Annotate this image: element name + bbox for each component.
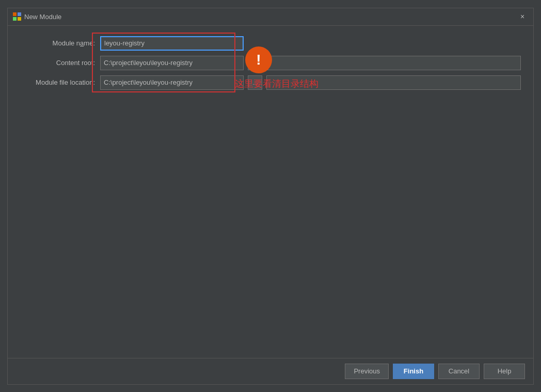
content-root-extra-input[interactable] <box>266 56 521 70</box>
svg-rect-3 <box>18 17 21 21</box>
svg-rect-0 <box>13 12 17 16</box>
module-name-input[interactable] <box>100 36 244 51</box>
cancel-button[interactable]: Cancel <box>438 364 480 379</box>
module-icon <box>13 12 21 21</box>
title-bar: New Module × <box>8 8 533 26</box>
dialog-title: New Module <box>24 13 61 21</box>
warning-icon: ! <box>245 46 272 73</box>
module-name-field-container <box>100 36 521 51</box>
svg-rect-1 <box>18 12 21 16</box>
dialog-footer: Previous Finish Cancel Help <box>8 358 533 384</box>
title-bar-left: New Module <box>13 12 61 21</box>
previous-button[interactable]: Previous <box>345 364 389 379</box>
help-button[interactable]: Help <box>484 364 525 379</box>
module-name-label: Module name: <box>20 39 100 47</box>
new-module-dialog: New Module × Module name: Content root: … <box>7 8 534 385</box>
finish-button[interactable]: Finish <box>393 364 434 379</box>
dialog-content: Module name: Content root: ... Module fi… <box>8 26 533 358</box>
module-file-location-label: Module file location: <box>20 79 100 86</box>
module-file-location-input[interactable] <box>100 75 244 90</box>
close-button[interactable]: × <box>517 11 528 22</box>
annotation-text: 这里要看清目录结构 <box>235 77 319 90</box>
content-root-input[interactable] <box>100 56 244 70</box>
content-root-field-container: ... <box>100 56 521 70</box>
module-name-row: Module name: <box>20 36 521 51</box>
svg-rect-2 <box>13 17 17 21</box>
content-root-label: Content root: <box>20 59 100 67</box>
